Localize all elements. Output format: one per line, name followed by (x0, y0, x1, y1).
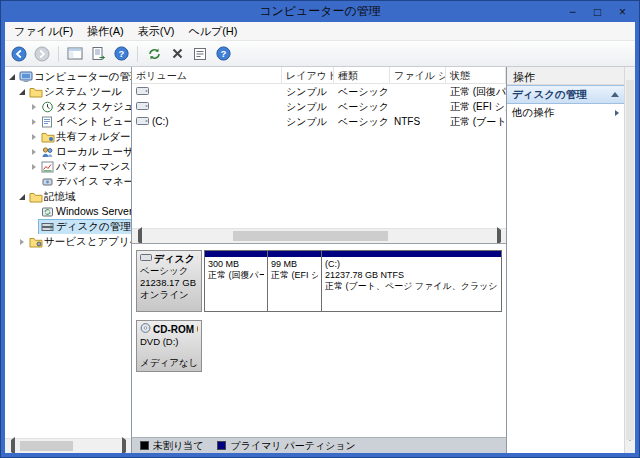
task-scheduler-icon (41, 101, 56, 113)
volume-row-efi[interactable]: シンプル ベーシック 正常 (EFI システム パーティション) (132, 99, 506, 114)
disk-management-icon (41, 221, 56, 233)
tree-item-label: デバイス マネージャー (56, 175, 131, 189)
main-area: コンピューターの管理 (ローカル) システム ツール タスク スケジューラ (5, 67, 635, 453)
collapsed-icon[interactable] (29, 149, 39, 155)
cdrom-drive-letter: DVD (D:) (140, 336, 198, 348)
menu-action[interactable]: 操作(A) (80, 22, 131, 41)
disk-status: オンライン (140, 289, 198, 301)
computer-management-icon (19, 71, 34, 83)
properties-icon[interactable] (190, 44, 210, 64)
tree-item-event-viewer[interactable]: イベント ビューアー (5, 114, 131, 129)
scroll-right-icon[interactable] (116, 439, 131, 453)
scroll-left-icon[interactable] (5, 439, 20, 453)
back-icon[interactable] (9, 44, 29, 64)
cdrom-icon (140, 323, 151, 336)
toolbar-separator (137, 46, 138, 62)
collapsed-icon[interactable] (29, 164, 39, 170)
volume-status: 正常 (回復パーティション) (446, 85, 506, 99)
tree-item-device-manager[interactable]: デバイス マネージャー (5, 174, 131, 189)
tree-item-computer-management[interactable]: コンピューターの管理 (ローカル) (5, 69, 131, 84)
actions-body: ディスクの管理 他の操作 (507, 85, 624, 453)
expanded-icon[interactable] (7, 74, 17, 80)
tree-item-label: イベント ビューアー (56, 115, 131, 129)
refresh-icon[interactable] (144, 44, 164, 64)
chevron-right-icon (615, 110, 619, 116)
tree-item-shared-folders[interactable]: 共有フォルダー (5, 129, 131, 144)
partition-c[interactable]: (C:) 21237.78 GB NTFS 正常 (ブート、ページ ファイル、ク… (322, 250, 502, 312)
show-console-tree-icon[interactable] (65, 44, 85, 64)
tree-item-label: Windows Server バック (56, 205, 131, 219)
collapse-section-icon[interactable] (611, 92, 619, 97)
tree-item-local-users-groups[interactable]: ローカル ユーザーとグループ (5, 144, 131, 159)
legend-label: プライマリ パーティション (230, 439, 355, 453)
collapsed-icon[interactable] (29, 119, 39, 125)
cdrom-media-status: メディアなし (140, 357, 198, 369)
volume-row-recovery[interactable]: シンプル ベーシック 正常 (回復パーティション) (132, 84, 506, 99)
windows-server-backup-icon (41, 206, 56, 218)
export-list-icon[interactable] (88, 44, 108, 64)
column-header-type[interactable]: 種類 (334, 67, 390, 83)
tree-item-label: タスク スケジューラ (56, 100, 131, 114)
action-more-actions[interactable]: 他の操作 (507, 104, 624, 122)
scroll-up-icon[interactable] (625, 67, 635, 80)
close-button[interactable]: × (610, 1, 635, 22)
collapsed-icon[interactable] (29, 104, 39, 110)
expanded-icon[interactable] (17, 194, 27, 200)
partition-status: 正常 (ブート、ページ ファイル、クラッシュ ダンプ、プライマリ パ (325, 281, 498, 292)
partition-name: (C:) (325, 259, 498, 270)
volume-list-horizontal-scrollbar[interactable] (132, 228, 506, 243)
volume-list-empty-area (132, 129, 506, 228)
scroll-right-icon[interactable] (491, 229, 506, 243)
maximize-button[interactable]: □ (585, 1, 610, 22)
partition-efi[interactable]: 99 MB 正常 (EFI シ (268, 250, 322, 312)
collapsed-icon[interactable] (17, 239, 27, 245)
tree-horizontal-scrollbar[interactable] (5, 438, 131, 453)
scroll-left-icon[interactable] (132, 229, 147, 243)
tree-item-label: コンピューターの管理 (ローカル) (34, 70, 131, 84)
cdrom-empty-area (202, 320, 502, 372)
folder-icon (29, 86, 44, 98)
primary-partition-color-swatch (217, 441, 226, 450)
column-header-filesystem[interactable]: ファイル システム (390, 67, 446, 83)
column-header-volume[interactable]: ボリューム (132, 67, 282, 83)
volume-icon (136, 86, 149, 98)
scroll-down-icon[interactable] (625, 440, 635, 453)
console-tree: コンピューターの管理 (ローカル) システム ツール タスク スケジューラ (5, 67, 131, 438)
menu-file[interactable]: ファイル(F) (7, 22, 80, 41)
collapsed-icon[interactable] (29, 134, 39, 140)
tree-item-task-scheduler[interactable]: タスク スケジューラ (5, 99, 131, 114)
tree-item-performance[interactable]: パフォーマンス (5, 159, 131, 174)
tree-item-windows-server-backup[interactable]: Windows Server バック (5, 204, 131, 219)
cdrom0-header[interactable]: CD-ROM 0 DVD (D:) メディアなし (136, 320, 202, 372)
titlebar[interactable]: コンピューターの管理 − □ × (1, 1, 639, 22)
actions-pane: 操作 ディスクの管理 他の操作 (507, 67, 624, 453)
column-header-status[interactable]: 状態 (446, 67, 506, 83)
minimize-button[interactable]: − (560, 1, 585, 22)
menu-view[interactable]: 表示(V) (131, 22, 182, 41)
expanded-icon[interactable] (17, 89, 27, 95)
help-icon[interactable]: ? (111, 44, 131, 64)
event-viewer-icon (41, 116, 56, 128)
action-section-disk-management[interactable]: ディスクの管理 (507, 85, 624, 104)
partition-status: 正常 (回復パーテ (208, 270, 264, 281)
disk0-header[interactable]: ディスク 0 ベーシック 21238.17 GB オンライン (136, 250, 202, 312)
tree-item-disk-management[interactable]: ディスクの管理 (5, 219, 131, 234)
menu-help[interactable]: ヘルプ(H) (181, 22, 244, 41)
svg-text:?: ? (220, 48, 226, 59)
window-body: ファイル(F) 操作(A) 表示(V) ヘルプ(H) ? ? (5, 22, 635, 453)
shared-folders-icon (41, 131, 56, 143)
tree-item-label: ディスクの管理 (56, 220, 131, 234)
volume-row-c[interactable]: (C:) シンプル ベーシック NTFS 正常 (ブート、ページ ファイル、クラ (132, 114, 506, 129)
actions-pane-title: 操作 (507, 67, 624, 85)
partition-recovery[interactable]: 300 MB 正常 (回復パーテ (204, 250, 268, 312)
column-header-layout[interactable]: レイアウト (282, 67, 334, 83)
delete-icon[interactable] (167, 44, 187, 64)
tree-item-services-applications[interactable]: サービスとアプリケーション (5, 234, 131, 249)
cdrom-name: CD-ROM 0 (153, 324, 198, 336)
help-icon[interactable]: ? (213, 44, 233, 64)
center-pane: ボリューム レイアウト 種類 ファイル システム 状態 シンプル ベーシック 正… (132, 67, 507, 453)
forward-icon[interactable] (32, 44, 52, 64)
actions-vertical-scrollbar[interactable] (624, 67, 635, 453)
tree-item-storage[interactable]: 記憶域 (5, 189, 131, 204)
tree-item-system-tools[interactable]: システム ツール (5, 84, 131, 99)
